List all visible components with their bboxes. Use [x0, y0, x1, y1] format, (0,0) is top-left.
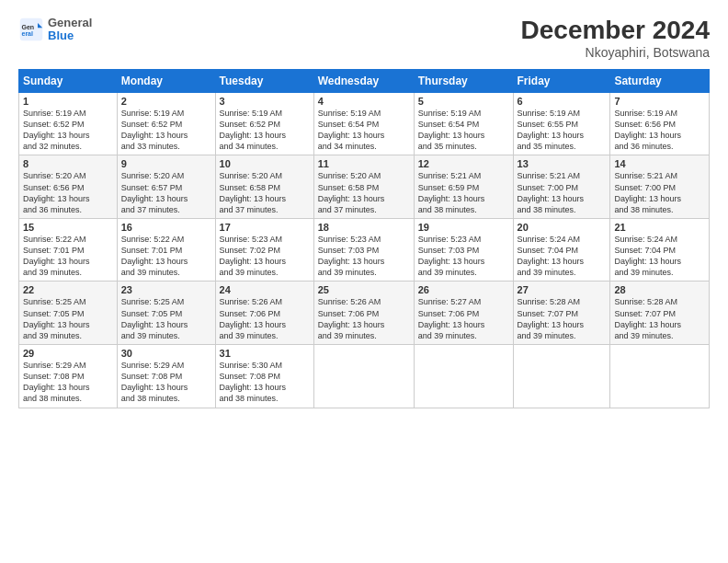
logo-text: General Blue [48, 17, 92, 43]
day-cell [414, 345, 513, 408]
day-cell: 25Sunrise: 5:26 AM Sunset: 7:06 PM Dayli… [313, 282, 414, 345]
calendar-title: December 2024 [521, 17, 710, 45]
header: Gen eral General Blue December 2024 Nkoy… [18, 17, 710, 60]
logo-line2: Blue [48, 29, 92, 42]
day-number: 26 [418, 284, 509, 295]
day-cell: 1Sunrise: 5:19 AM Sunset: 6:52 PM Daylig… [19, 92, 118, 155]
day-cell: 28Sunrise: 5:28 AM Sunset: 7:07 PM Dayli… [610, 282, 710, 345]
week-row-5: 29Sunrise: 5:29 AM Sunset: 7:08 PM Dayli… [19, 345, 710, 408]
calendar-subtitle: Nkoyaphiri, Botswana [521, 45, 710, 60]
day-info: Sunrise: 5:28 AM Sunset: 7:07 PM Dayligh… [518, 296, 607, 341]
day-cell: 13Sunrise: 5:21 AM Sunset: 7:00 PM Dayli… [513, 155, 610, 219]
day-info: Sunrise: 5:27 AM Sunset: 7:06 PM Dayligh… [418, 296, 509, 341]
day-number: 19 [418, 222, 509, 233]
day-info: Sunrise: 5:20 AM Sunset: 6:56 PM Dayligh… [23, 170, 113, 215]
day-info: Sunrise: 5:20 AM Sunset: 6:58 PM Dayligh… [318, 170, 410, 215]
day-cell: 11Sunrise: 5:20 AM Sunset: 6:58 PM Dayli… [313, 155, 414, 219]
col-header-monday: Monday [117, 69, 215, 92]
day-info: Sunrise: 5:21 AM Sunset: 7:00 PM Dayligh… [614, 170, 705, 215]
day-number: 5 [418, 96, 509, 107]
day-info: Sunrise: 5:28 AM Sunset: 7:07 PM Dayligh… [614, 296, 705, 341]
day-info: Sunrise: 5:23 AM Sunset: 7:02 PM Dayligh… [220, 234, 310, 279]
day-cell: 15Sunrise: 5:22 AM Sunset: 7:01 PM Dayli… [19, 218, 118, 282]
col-header-sunday: Sunday [19, 69, 118, 92]
col-header-friday: Friday [513, 69, 610, 92]
day-number: 28 [614, 284, 705, 295]
day-number: 3 [220, 96, 310, 107]
day-number: 16 [121, 222, 211, 233]
day-info: Sunrise: 5:25 AM Sunset: 7:05 PM Dayligh… [23, 296, 113, 341]
day-info: Sunrise: 5:24 AM Sunset: 7:04 PM Dayligh… [614, 234, 705, 279]
week-row-2: 8Sunrise: 5:20 AM Sunset: 6:56 PM Daylig… [19, 155, 710, 219]
day-number: 1 [23, 96, 113, 107]
day-cell: 14Sunrise: 5:21 AM Sunset: 7:00 PM Dayli… [610, 155, 710, 219]
day-info: Sunrise: 5:19 AM Sunset: 6:54 PM Dayligh… [318, 108, 410, 153]
day-number: 27 [518, 284, 607, 295]
day-cell: 3Sunrise: 5:19 AM Sunset: 6:52 PM Daylig… [215, 92, 313, 155]
day-cell: 5Sunrise: 5:19 AM Sunset: 6:54 PM Daylig… [414, 92, 513, 155]
day-info: Sunrise: 5:29 AM Sunset: 7:08 PM Dayligh… [121, 360, 211, 405]
day-info: Sunrise: 5:20 AM Sunset: 6:58 PM Dayligh… [220, 170, 310, 215]
day-info: Sunrise: 5:19 AM Sunset: 6:52 PM Dayligh… [121, 108, 211, 153]
day-number: 30 [121, 348, 211, 359]
day-info: Sunrise: 5:19 AM Sunset: 6:54 PM Dayligh… [418, 108, 509, 153]
day-cell: 12Sunrise: 5:21 AM Sunset: 6:59 PM Dayli… [414, 155, 513, 219]
day-cell: 6Sunrise: 5:19 AM Sunset: 6:55 PM Daylig… [513, 92, 610, 155]
day-number: 23 [121, 284, 211, 295]
col-header-saturday: Saturday [610, 69, 710, 92]
week-row-1: 1Sunrise: 5:19 AM Sunset: 6:52 PM Daylig… [19, 92, 710, 155]
day-cell: 27Sunrise: 5:28 AM Sunset: 7:07 PM Dayli… [513, 282, 610, 345]
day-number: 13 [518, 158, 607, 169]
day-cell: 18Sunrise: 5:23 AM Sunset: 7:03 PM Dayli… [313, 218, 414, 282]
day-number: 24 [220, 284, 310, 295]
day-cell: 21Sunrise: 5:24 AM Sunset: 7:04 PM Dayli… [610, 218, 710, 282]
day-cell: 30Sunrise: 5:29 AM Sunset: 7:08 PM Dayli… [117, 345, 215, 408]
col-header-thursday: Thursday [414, 69, 513, 92]
day-number: 7 [614, 96, 705, 107]
day-cell: 10Sunrise: 5:20 AM Sunset: 6:58 PM Dayli… [215, 155, 313, 219]
day-cell: 19Sunrise: 5:23 AM Sunset: 7:03 PM Dayli… [414, 218, 513, 282]
day-info: Sunrise: 5:22 AM Sunset: 7:01 PM Dayligh… [23, 234, 113, 279]
day-cell: 7Sunrise: 5:19 AM Sunset: 6:56 PM Daylig… [610, 92, 710, 155]
day-number: 20 [518, 222, 607, 233]
day-info: Sunrise: 5:23 AM Sunset: 7:03 PM Dayligh… [418, 234, 509, 279]
day-number: 6 [518, 96, 607, 107]
day-info: Sunrise: 5:23 AM Sunset: 7:03 PM Dayligh… [318, 234, 410, 279]
day-info: Sunrise: 5:21 AM Sunset: 7:00 PM Dayligh… [518, 170, 607, 215]
day-number: 15 [23, 222, 113, 233]
col-header-tuesday: Tuesday [215, 69, 313, 92]
day-info: Sunrise: 5:30 AM Sunset: 7:08 PM Dayligh… [220, 360, 310, 405]
day-cell [313, 345, 414, 408]
svg-text:eral: eral [22, 30, 34, 37]
day-cell: 20Sunrise: 5:24 AM Sunset: 7:04 PM Dayli… [513, 218, 610, 282]
logo-icon: Gen eral [18, 17, 44, 42]
week-row-3: 15Sunrise: 5:22 AM Sunset: 7:01 PM Dayli… [19, 218, 710, 282]
day-cell [610, 345, 710, 408]
day-cell: 9Sunrise: 5:20 AM Sunset: 6:57 PM Daylig… [117, 155, 215, 219]
day-info: Sunrise: 5:22 AM Sunset: 7:01 PM Dayligh… [121, 234, 211, 279]
day-cell: 29Sunrise: 5:29 AM Sunset: 7:08 PM Dayli… [19, 345, 118, 408]
day-number: 2 [121, 96, 211, 107]
day-number: 12 [418, 158, 509, 169]
day-cell: 17Sunrise: 5:23 AM Sunset: 7:02 PM Dayli… [215, 218, 313, 282]
day-number: 14 [614, 158, 705, 169]
day-cell: 22Sunrise: 5:25 AM Sunset: 7:05 PM Dayli… [19, 282, 118, 345]
day-number: 9 [121, 158, 211, 169]
day-info: Sunrise: 5:25 AM Sunset: 7:05 PM Dayligh… [121, 296, 211, 341]
day-cell: 4Sunrise: 5:19 AM Sunset: 6:54 PM Daylig… [313, 92, 414, 155]
calendar-table: SundayMondayTuesdayWednesdayThursdayFrid… [18, 69, 710, 408]
day-number: 22 [23, 284, 113, 295]
day-number: 31 [220, 348, 310, 359]
day-info: Sunrise: 5:20 AM Sunset: 6:57 PM Dayligh… [121, 170, 211, 215]
col-header-wednesday: Wednesday [313, 69, 414, 92]
day-number: 18 [318, 222, 410, 233]
logo: Gen eral General Blue [18, 17, 92, 43]
svg-text:Gen: Gen [22, 24, 35, 30]
day-number: 17 [220, 222, 310, 233]
header-row: SundayMondayTuesdayWednesdayThursdayFrid… [19, 69, 710, 92]
day-number: 21 [614, 222, 705, 233]
day-info: Sunrise: 5:19 AM Sunset: 6:52 PM Dayligh… [23, 108, 113, 153]
day-info: Sunrise: 5:19 AM Sunset: 6:56 PM Dayligh… [614, 108, 705, 153]
week-row-4: 22Sunrise: 5:25 AM Sunset: 7:05 PM Dayli… [19, 282, 710, 345]
day-cell: 16Sunrise: 5:22 AM Sunset: 7:01 PM Dayli… [117, 218, 215, 282]
